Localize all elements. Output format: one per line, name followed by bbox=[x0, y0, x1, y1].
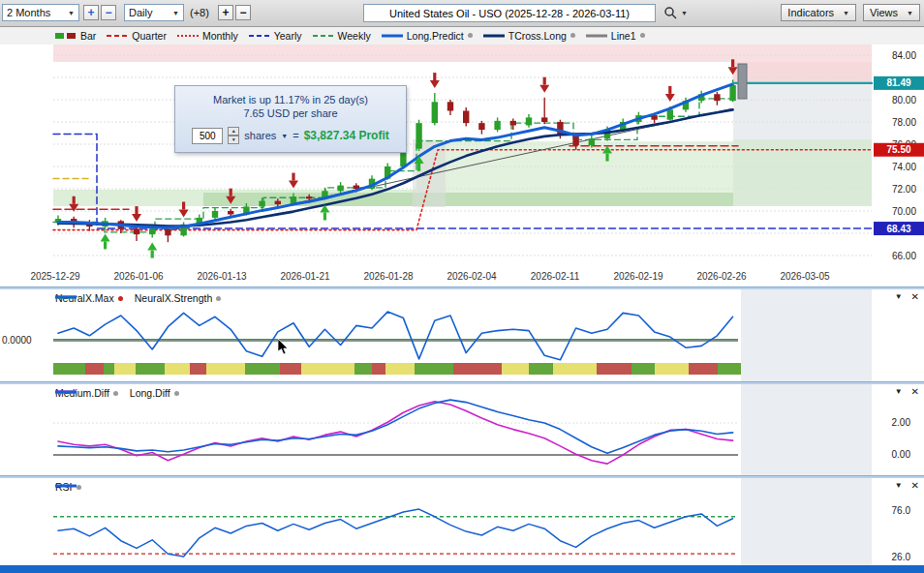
panel-splitter[interactable] bbox=[0, 286, 924, 289]
panel-collapse-icon[interactable]: ▼ bbox=[895, 481, 903, 490]
legend-item-line1[interactable]: Line1 bbox=[586, 30, 645, 42]
chevron-down-icon: ▼ bbox=[68, 10, 75, 16]
date-tick: 2026-02-19 bbox=[613, 271, 662, 282]
chevron-down-icon: ▼ bbox=[907, 10, 913, 16]
price-tick: 74.00 bbox=[892, 162, 916, 172]
date-tick: 2026-01-06 bbox=[113, 271, 163, 282]
views-button-label: Views bbox=[870, 7, 898, 18]
views-button[interactable]: Views ▼ bbox=[863, 4, 920, 21]
info-dot-icon bbox=[640, 33, 645, 38]
legend-label: Long.Predict bbox=[407, 30, 464, 42]
indicators-button-label: Indicators bbox=[787, 7, 834, 18]
Yearly-swatch-icon bbox=[249, 31, 270, 41]
panel-close-icon[interactable]: ✕ bbox=[911, 386, 919, 397]
zoom-out-button[interactable]: − bbox=[101, 5, 116, 20]
date-tick: 2025-12-29 bbox=[30, 271, 79, 282]
info-dot-icon bbox=[570, 33, 575, 38]
equals-sign: = bbox=[293, 130, 298, 141]
price-tick: 80.00 bbox=[892, 95, 916, 106]
legend-item-long-diff[interactable]: Long.Diff bbox=[130, 387, 179, 399]
bar-offset-label: (+8) bbox=[190, 4, 209, 21]
rsi-chart[interactable] bbox=[0, 478, 924, 565]
add-bar-button[interactable]: + bbox=[218, 5, 233, 20]
legend-item-bar[interactable]: Bar bbox=[55, 30, 96, 42]
legend-item-rsi[interactable]: RSI bbox=[55, 481, 81, 493]
shares-input[interactable] bbox=[192, 128, 223, 144]
legend-label: Monthly bbox=[202, 30, 238, 42]
panel-splitter[interactable] bbox=[0, 381, 924, 384]
NeuralX.Strength-swatch-icon bbox=[55, 292, 77, 302]
info-dot-icon bbox=[174, 391, 179, 396]
legend-item-monthly[interactable]: Monthly bbox=[177, 30, 238, 42]
stepper-down-icon[interactable]: ▼ bbox=[228, 136, 239, 144]
panel-close-icon[interactable]: ✕ bbox=[911, 291, 919, 302]
price-tick: 84.00 bbox=[892, 50, 916, 61]
indicators-button[interactable]: Indicators ▼ bbox=[781, 4, 856, 21]
panel-splitter[interactable] bbox=[0, 475, 924, 478]
interval-select[interactable]: Daily ▼ bbox=[124, 4, 184, 21]
plus-icon: + bbox=[222, 7, 229, 18]
rsi-axis-label-hi: 76.0 bbox=[892, 505, 910, 516]
date-tick: 2026-02-11 bbox=[531, 271, 579, 282]
shares-dropdown-icon[interactable]: ▼ bbox=[281, 133, 288, 139]
plus-icon: + bbox=[87, 7, 94, 18]
price-tick: 72.00 bbox=[892, 184, 916, 195]
chevron-down-icon: ▼ bbox=[172, 10, 179, 16]
Quarter-swatch-icon bbox=[107, 31, 128, 41]
TCross.Long-swatch-icon bbox=[483, 31, 505, 41]
legend-item-quarter[interactable]: Quarter bbox=[107, 30, 167, 42]
remove-bar-button[interactable]: − bbox=[235, 5, 251, 20]
date-tick: 2026-03-05 bbox=[780, 271, 829, 282]
svg-text:81.49: 81.49 bbox=[886, 77, 910, 88]
Line1-swatch-icon bbox=[586, 31, 607, 41]
profit-value: $3,827.34 Profit bbox=[304, 129, 389, 142]
svg-text:75.50: 75.50 bbox=[886, 144, 910, 155]
shares-stepper[interactable]: ▲ ▼ bbox=[228, 127, 239, 144]
rsi-panel: RSI 76.0 26.0 ▼ ✕ bbox=[0, 478, 924, 565]
zoom-in-button[interactable]: + bbox=[83, 5, 99, 20]
symbol-input[interactable] bbox=[363, 4, 656, 22]
tooltip-market-line: Market is up 11.17% in 25 day(s) bbox=[181, 93, 400, 106]
legend-item-weekly[interactable]: Weekly bbox=[313, 30, 371, 42]
rsi-legend: RSI bbox=[55, 481, 81, 493]
search-dropdown-icon[interactable]: ▼ bbox=[681, 4, 688, 21]
panel-collapse-icon[interactable]: ▼ bbox=[895, 387, 903, 396]
range-select[interactable]: 2 Months ▼ bbox=[2, 4, 79, 21]
date-tick: 2026-02-04 bbox=[447, 271, 496, 282]
neuralx-legend: NeuralX.MaxNeuralX.Strength bbox=[55, 292, 221, 304]
range-select-value: 2 Months bbox=[7, 7, 50, 18]
date-tick: 2026-02-26 bbox=[696, 271, 746, 282]
profit-tooltip: Market is up 11.17% in 25 day(s) 7.65 US… bbox=[174, 85, 407, 153]
date-tick: 2026-01-13 bbox=[197, 271, 246, 282]
legend-label: Quarter bbox=[132, 30, 167, 42]
legend-label: Bar bbox=[80, 30, 96, 42]
date-tick: 2026-01-28 bbox=[363, 271, 413, 282]
panel-close-icon[interactable]: ✕ bbox=[911, 480, 919, 491]
diff-legend: Medium.DiffLong.Diff bbox=[55, 387, 179, 399]
info-dot-icon bbox=[216, 296, 221, 301]
date-tick: 2026-01-21 bbox=[280, 271, 329, 282]
tooltip-price-line: 7.65 USD per share bbox=[181, 106, 400, 120]
panel-collapse-icon[interactable]: ▼ bbox=[895, 292, 903, 301]
price-tick: 66.00 bbox=[892, 251, 916, 261]
legend-item-tcross-long[interactable]: TCross.Long bbox=[483, 30, 575, 42]
legend-label: Weekly bbox=[338, 30, 371, 42]
info-dot-icon bbox=[113, 391, 118, 396]
neuralx-panel: NeuralX.MaxNeuralX.Strength 0.0000 ▼ ✕ bbox=[0, 289, 924, 381]
legend-item-neuralx-strength[interactable]: NeuralX.Strength bbox=[135, 292, 222, 304]
legend-label: NeuralX.Strength bbox=[135, 292, 213, 304]
main-price-chart[interactable]: 84.0080.0078.0076.0074.0072.0070.0066.00… bbox=[0, 45, 924, 269]
legend-item-yearly[interactable]: Yearly bbox=[249, 30, 302, 42]
search-icon[interactable] bbox=[663, 4, 677, 21]
stepper-up-icon[interactable]: ▲ bbox=[228, 127, 239, 136]
info-dot-icon bbox=[77, 485, 81, 490]
info-dot-icon bbox=[118, 296, 123, 301]
svg-text:68.43: 68.43 bbox=[886, 224, 910, 234]
legend-label: Line1 bbox=[611, 30, 636, 42]
legend-item-long-predict[interactable]: Long.Predict bbox=[382, 30, 473, 42]
price-tick: 70.00 bbox=[892, 206, 916, 217]
chevron-down-icon: ▼ bbox=[843, 10, 849, 16]
toolbar: 2 Months ▼ + − Daily ▼ (+8) + − ▼ Indica… bbox=[0, 0, 924, 27]
Bar-swatch-icon bbox=[55, 31, 77, 41]
RSI-swatch-icon bbox=[55, 481, 77, 491]
